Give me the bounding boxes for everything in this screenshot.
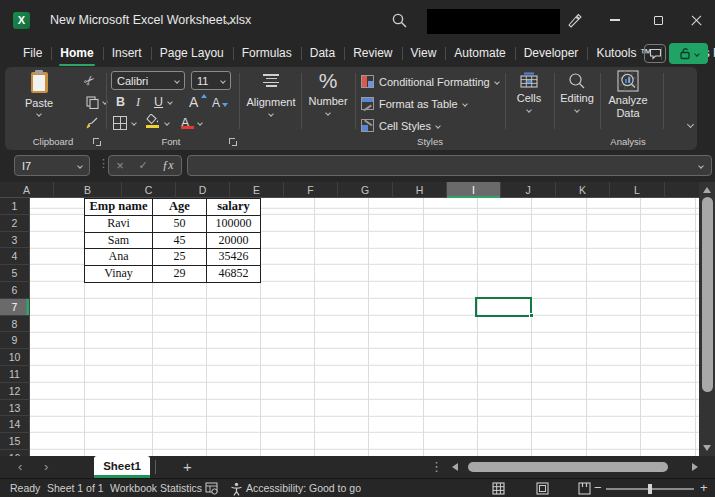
table-cell[interactable]: Vinay [85, 266, 153, 283]
clipboard-dialog-launcher-icon[interactable] [93, 138, 101, 146]
sheet-tab-sheet1[interactable]: Sheet1 [94, 456, 150, 478]
fill-handle[interactable] [529, 313, 534, 318]
analyze-data-button[interactable]: Analyze Data [601, 70, 655, 119]
row-header-2[interactable]: 2 [0, 215, 30, 232]
row-header-10[interactable]: 10 [0, 349, 30, 366]
tab-view[interactable]: View [402, 40, 446, 67]
horizontal-scrollbar-thumb[interactable] [468, 462, 668, 472]
status-accessibility[interactable]: Accessibility: Good to go [246, 479, 361, 497]
table-cell[interactable]: 46852 [207, 266, 261, 283]
grow-font-button[interactable]: A [189, 94, 198, 110]
table-cell[interactable]: Sam [85, 233, 153, 250]
column-header-g[interactable]: G [338, 182, 393, 198]
table-cell[interactable]: 20000 [207, 233, 261, 250]
collapse-ribbon-chevron-icon[interactable] [687, 121, 694, 128]
minimize-button[interactable] [596, 0, 634, 40]
column-header-a[interactable]: A [0, 182, 54, 198]
column-header-j[interactable]: J [501, 182, 556, 198]
normal-view-icon[interactable] [492, 482, 505, 495]
row-header-6[interactable]: 6 [0, 282, 30, 299]
row-header-12[interactable]: 12 [0, 383, 30, 400]
macro-record-icon[interactable] [205, 482, 218, 495]
tab-page-layout[interactable]: Page Layou [151, 40, 233, 67]
number-button[interactable]: % Number [305, 69, 351, 115]
tab-file[interactable]: File [14, 40, 51, 67]
table-cell[interactable]: 35426 [207, 249, 261, 266]
paste-button[interactable]: Paste [17, 72, 61, 116]
tab-review[interactable]: Review [344, 40, 401, 67]
fill-color-chevron-icon[interactable] [164, 120, 170, 126]
tab-formulas[interactable]: Formulas [233, 40, 301, 67]
tab-data[interactable]: Data [301, 40, 344, 67]
insert-function-icon[interactable]: ƒx [162, 158, 173, 173]
borders-icon[interactable] [113, 116, 127, 130]
zoom-in-icon[interactable]: + [700, 479, 708, 497]
column-header-d[interactable]: D [176, 182, 230, 198]
cell-styles-button[interactable]: Cell Styles [361, 119, 440, 132]
search-icon[interactable] [391, 12, 408, 29]
close-button[interactable] [677, 0, 715, 40]
column-header-f[interactable]: F [284, 182, 338, 198]
hscroll-right-arrow-icon[interactable] [692, 463, 698, 471]
alignment-button[interactable]: Alignment [243, 74, 299, 116]
format-as-table-button[interactable]: Format as Table [361, 97, 467, 110]
zoom-out-icon[interactable]: − [594, 479, 602, 497]
table-header-salary[interactable]: salary [207, 199, 261, 216]
italic-button[interactable]: I [136, 95, 140, 110]
column-header-e[interactable]: E [230, 182, 284, 198]
enter-formula-icon[interactable]: ✓ [139, 159, 148, 172]
row-header-13[interactable]: 13 [0, 400, 30, 417]
sheet-options-dots-icon[interactable]: ⋮ [430, 456, 443, 478]
tab-automate[interactable]: Automate [445, 40, 514, 67]
maximize-button[interactable] [639, 0, 677, 40]
underline-chevron-icon[interactable] [167, 99, 173, 105]
table-cell[interactable]: Ravi [85, 216, 153, 233]
tab-developer[interactable]: Developer [515, 40, 588, 67]
table-cell[interactable]: 50 [153, 216, 207, 233]
prev-sheet-icon[interactable]: ‹ [18, 456, 22, 478]
column-header-c[interactable]: C [122, 182, 176, 198]
column-header-b[interactable]: B [54, 182, 122, 198]
share-button[interactable] [669, 43, 708, 64]
editing-button[interactable]: Editing [556, 72, 598, 112]
formula-input[interactable] [187, 155, 712, 176]
table-header-age[interactable]: Age [153, 199, 207, 216]
borders-chevron-icon[interactable] [131, 120, 137, 126]
shrink-font-button[interactable]: A [212, 96, 220, 110]
comments-button[interactable] [644, 44, 666, 63]
font-dialog-launcher-icon[interactable] [229, 138, 237, 146]
add-sheet-icon[interactable]: + [183, 456, 192, 478]
table-cell[interactable]: Ana [85, 249, 153, 266]
tab-home[interactable]: Home [51, 40, 102, 67]
font-color-button[interactable]: A [181, 113, 189, 131]
selected-cell-i7[interactable] [475, 297, 532, 317]
row-header-8[interactable]: 8 [0, 316, 30, 333]
column-header-i-selected[interactable]: I [447, 182, 501, 198]
row-header-3[interactable]: 3 [0, 232, 30, 249]
underline-button[interactable]: U [154, 95, 163, 109]
copy-icon[interactable] [86, 96, 99, 109]
row-header-5[interactable]: 5 [0, 265, 30, 282]
zoom-slider-thumb[interactable] [648, 484, 652, 494]
page-break-view-icon[interactable] [578, 482, 591, 495]
row-header-14[interactable]: 14 [0, 416, 30, 433]
status-sheet-count[interactable]: Sheet 1 of 1 [47, 479, 104, 497]
name-box[interactable]: I7 [14, 155, 90, 176]
cancel-formula-icon[interactable]: × [116, 158, 124, 173]
conditional-formatting-button[interactable]: Conditional Formatting [361, 75, 499, 88]
cells-button[interactable]: Cells [508, 72, 550, 112]
column-header-k[interactable]: K [556, 182, 610, 198]
column-header-l[interactable]: L [610, 182, 665, 198]
status-workbook-statistics[interactable]: Workbook Statistics [110, 479, 202, 497]
row-header-9[interactable]: 9 [0, 332, 30, 349]
row-header-15[interactable]: 15 [0, 433, 30, 450]
format-painter-icon[interactable] [85, 116, 99, 130]
cut-icon[interactable]: ✂ [80, 71, 98, 89]
row-header-1[interactable]: 1 [0, 198, 30, 215]
fill-color-icon[interactable] [146, 114, 160, 125]
row-header-4[interactable]: 4 [0, 248, 30, 265]
row-header-11[interactable]: 11 [0, 366, 30, 383]
tab-insert[interactable]: Insert [103, 40, 151, 67]
table-cell[interactable]: 45 [153, 233, 207, 250]
font-color-chevron-icon[interactable] [197, 120, 203, 126]
